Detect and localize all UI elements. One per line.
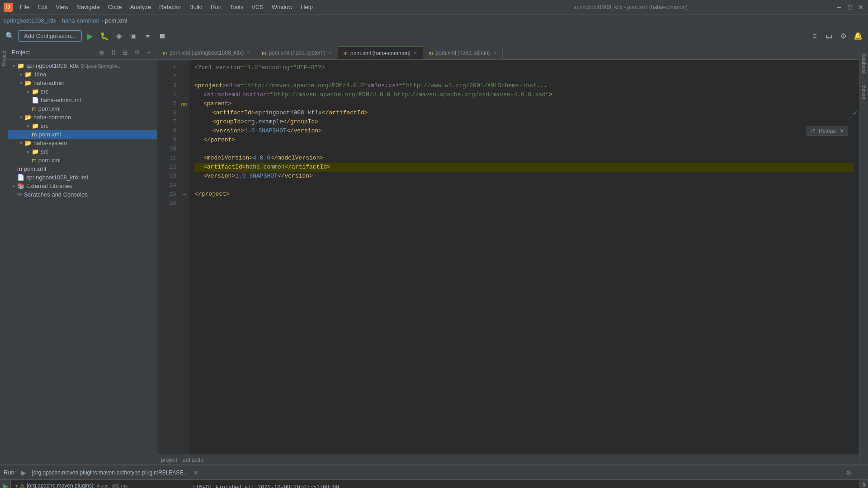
run-settings-button[interactable]: ⚙: [844, 468, 854, 477]
code-line-13: <version>1.0-SNAPSHOT</version>: [194, 172, 854, 181]
tab-close-button[interactable]: ✕: [493, 50, 497, 56]
menu-file[interactable]: File: [16, 3, 33, 11]
database-panel-label[interactable]: Database: [860, 49, 868, 77]
maven-panel-label[interactable]: Maven: [860, 81, 868, 103]
project-panel-settings-button[interactable]: ⚙: [132, 48, 142, 57]
run-play-button[interactable]: ▶: [19, 468, 28, 477]
tree-item-root[interactable]: ▾ 📁 springboot1008_ktlx D:\java-Springbo…: [8, 61, 157, 70]
tree-item-haha-system-src[interactable]: ▸ 📁 src: [8, 147, 157, 156]
code-editor[interactable]: <?xml version="1.0" encoding="UTF-8"?> <…: [189, 60, 859, 455]
settings-button[interactable]: ⚙: [837, 30, 850, 42]
minimize-button[interactable]: ─: [835, 4, 843, 11]
tree-item-haha-admin[interactable]: ▾ 📂 haha-admin: [8, 79, 157, 87]
menu-run[interactable]: Run: [207, 3, 225, 11]
run-button[interactable]: ▶: [84, 30, 96, 42]
menu-edit[interactable]: Edit: [34, 3, 51, 11]
run-minimize-button[interactable]: −: [857, 468, 864, 477]
tree-item-haha-admin-iml[interactable]: 📄 haha-admin.iml: [8, 96, 157, 104]
coverage-button[interactable]: ◉: [127, 30, 140, 42]
code-line-2: [194, 72, 854, 81]
tree-item-haha-system[interactable]: ▾ 📂 haha-system: [8, 139, 157, 147]
tab-pom-haha-admin[interactable]: m pom.xml (haha-admin) ✕: [423, 47, 502, 59]
run-play-icon[interactable]: ▶: [3, 482, 8, 488]
maximize-button[interactable]: □: [846, 4, 854, 11]
breadcrumb-artifactid[interactable]: artifactId: [183, 457, 203, 463]
tab-pom-haha-common[interactable]: m pom.xml (haha-common) ✕: [338, 47, 424, 59]
menu-help[interactable]: Help: [297, 3, 316, 11]
menu-navigate[interactable]: Navigate: [73, 3, 103, 11]
menu-tools[interactable]: Tools: [226, 3, 247, 11]
search-everywhere-button[interactable]: 🔍: [4, 30, 16, 42]
tab-close-button[interactable]: ✕: [328, 50, 332, 56]
folder-open-icon: 📂: [24, 80, 32, 86]
menu-analyze[interactable]: Analyze: [127, 3, 155, 11]
tree-item-haha-admin-pom[interactable]: m pom.xml: [8, 104, 157, 113]
project-panel-cog-button[interactable]: ⊕: [97, 48, 106, 57]
tree-item-idea[interactable]: ▸ 📁 .idea: [8, 70, 157, 79]
code-line-1: <?xml version="1.0" encoding="UTF-8"?>: [194, 63, 854, 72]
tree-item-root-iml[interactable]: 📄 springboot1008_ktlx.iml: [8, 173, 157, 182]
project-panel-sort-button[interactable]: ⇅: [109, 48, 118, 57]
project-panel-scroll-button[interactable]: ⊞: [121, 48, 130, 57]
tree-item-haha-common-pom[interactable]: m pom.xml: [8, 130, 157, 139]
iml-file-icon: 📄: [17, 174, 24, 181]
tab-close-button[interactable]: ✕: [246, 50, 250, 56]
xml-icon: m: [32, 105, 37, 112]
tab-label: pom.xml (haha-admin): [436, 50, 490, 56]
run-close-tab-button[interactable]: ✕: [191, 468, 200, 477]
notification-button[interactable]: 🔔: [852, 30, 864, 42]
tab-pom-ktlx[interactable]: m pom.xml (springboot1008_ktlx) ✕: [157, 47, 256, 59]
tab-label: pom.xml (haha-common): [350, 50, 410, 56]
breadcrumb-project[interactable]: springboot1008_ktlx: [4, 17, 56, 24]
tab-close-button[interactable]: ✕: [413, 50, 417, 56]
xml-tab-icon: m: [429, 50, 433, 56]
project-panel-label[interactable]: Project: [0, 47, 8, 70]
editor-content[interactable]: 1 2 3 4 5 6 7 8 9 10 11 12 13 14 15 16: [157, 60, 859, 455]
menu-refactor[interactable]: Refactor: [156, 3, 185, 11]
menu-view[interactable]: View: [52, 3, 72, 11]
code-line-15: </project>: [194, 190, 854, 199]
build-dropdown-button[interactable]: ⏷: [142, 30, 154, 42]
add-configuration-button[interactable]: Add Configuration...: [18, 30, 82, 42]
stop-button[interactable]: ⏹: [156, 30, 169, 42]
run-output: [INFO] Finished at: 2022-10-08T20:07:51+…: [187, 480, 859, 488]
breadcrumb-project[interactable]: project: [161, 457, 177, 463]
menu-code[interactable]: Code: [104, 3, 126, 11]
project-structure-button[interactable]: 🗂: [823, 30, 835, 42]
run-output-line-1: [INFO] Finished at: 2022-10-08T20:07:51+…: [193, 483, 854, 488]
file-structure-button[interactable]: ≡: [808, 30, 821, 42]
code-line-3: <project xmlns="http://maven.apache.org/…: [194, 81, 854, 90]
run-tree-item-plugins[interactable]: ▾ ⚠ [org.apache.maven.plugins]: 4 sec, 5…: [11, 482, 187, 488]
libs-icon: 📚: [17, 183, 24, 189]
menu-vcs[interactable]: VCS: [248, 3, 267, 11]
maven-gutter-icon[interactable]: m↑: [180, 99, 189, 108]
breadcrumb-module[interactable]: haha-common: [62, 17, 99, 24]
tree-label: pom.xml: [38, 157, 61, 164]
tab-label: pom.xml (springboot1008_ktlx): [170, 50, 244, 56]
xml-file-icon: m: [32, 157, 37, 164]
close-button[interactable]: ✕: [857, 4, 864, 11]
tree-label: haha-common: [33, 114, 71, 121]
close-reload-button[interactable]: ✕: [840, 128, 844, 134]
code-line-12[interactable]: <artifactId>haha-common</artifactId>: [194, 163, 854, 172]
breadcrumb-file[interactable]: pom.xml: [105, 17, 127, 24]
debug-button[interactable]: 🐛: [98, 30, 111, 42]
tree-item-haha-admin-src[interactable]: ▸ 📁 src: [8, 87, 157, 96]
project-panel-close-button[interactable]: −: [144, 48, 153, 57]
tab-label: pom.xml (haha-system): [269, 50, 325, 56]
tree-item-haha-common-src[interactable]: ▸ 📁 src: [8, 122, 157, 130]
menu-build[interactable]: Build: [186, 3, 206, 11]
profile-button[interactable]: ◈: [113, 30, 125, 42]
tab-pom-haha-system[interactable]: m pom.xml (haha-system) ✕: [256, 47, 338, 59]
tree-arrow[interactable]: ▾: [10, 63, 17, 68]
run-right-tools: ⇅ ↵: [859, 480, 868, 488]
tree-item-haha-system-pom[interactable]: m pom.xml: [8, 156, 157, 164]
tree-item-root-pom[interactable]: m pom.xml: [8, 164, 157, 173]
run-tab-label[interactable]: [org.apache.maven.plugins:maven-archetyp…: [32, 469, 188, 476]
tree-item-external-libs[interactable]: ▸ 📚 External Libraries: [8, 182, 157, 190]
menu-window[interactable]: Window: [268, 3, 296, 11]
tree-item-scratches[interactable]: ✏ Scratches and Consoles: [8, 190, 157, 199]
tree-item-haha-common[interactable]: ▾ 📂 haha-common: [8, 113, 157, 122]
code-line-8: <version>1.0-SNAPSHOT</version>: [194, 127, 854, 136]
run-filter-icon[interactable]: ⇅: [862, 482, 866, 488]
